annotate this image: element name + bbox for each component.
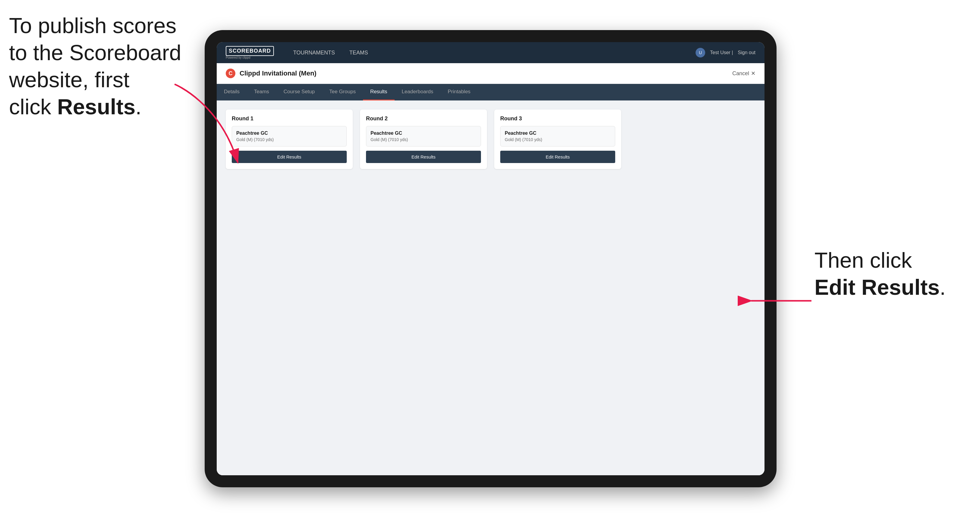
edit-results-button-2[interactable]: Edit Results: [366, 151, 481, 163]
tab-course-setup[interactable]: Course Setup: [276, 84, 322, 100]
round-card-empty: [628, 110, 756, 169]
top-navigation: SCOREBOARD Powered by clippd TOURNAMENTS…: [217, 42, 765, 63]
instruction-left: To publish scores to the Scoreboard webs…: [9, 12, 184, 120]
nav-right: U Test User | Sign out: [695, 48, 756, 57]
sign-out-link[interactable]: Sign out: [738, 50, 756, 56]
tournament-icon: C: [226, 68, 235, 78]
arrow-edit-indicator: [742, 283, 821, 320]
round-3-course-details: Gold (M) (7010 yds): [505, 137, 611, 142]
logo-box: SCOREBOARD: [226, 46, 274, 56]
edit-results-button-3[interactable]: Edit Results: [500, 151, 615, 163]
tournament-title: Clippd Invitational (Men): [240, 70, 317, 77]
nav-tournaments[interactable]: TOURNAMENTS: [286, 42, 342, 63]
round-card-3: Round 3 Peachtree GC Gold (M) (7010 yds)…: [494, 110, 621, 169]
tab-results[interactable]: Results: [363, 84, 395, 100]
round-2-course-name: Peachtree GC: [371, 130, 476, 136]
round-1-course-card: Peachtree GC Gold (M) (7010 yds): [232, 126, 347, 146]
edit-results-button-1[interactable]: Edit Results: [232, 151, 347, 163]
round-2-course-card: Peachtree GC Gold (M) (7010 yds): [366, 126, 481, 146]
round-3-title: Round 3: [500, 116, 615, 122]
nav-teams[interactable]: TEAMS: [342, 42, 375, 63]
cancel-button[interactable]: Cancel ✕: [732, 70, 756, 77]
round-3-course-card: Peachtree GC Gold (M) (7010 yds): [500, 126, 615, 146]
tablet-screen: SCOREBOARD Powered by clippd TOURNAMENTS…: [217, 42, 765, 475]
round-card-2: Round 2 Peachtree GC Gold (M) (7010 yds)…: [360, 110, 487, 169]
round-3-course-name: Peachtree GC: [505, 130, 611, 136]
round-1-title: Round 1: [232, 116, 347, 122]
round-1-course-details: Gold (M) (7010 yds): [236, 137, 342, 142]
tournament-title-row: C Clippd Invitational (Men): [226, 68, 317, 78]
main-content: Round 1 Peachtree GC Gold (M) (7010 yds)…: [217, 100, 765, 475]
tablet-device: SCOREBOARD Powered by clippd TOURNAMENTS…: [205, 30, 776, 487]
tab-tee-groups[interactable]: Tee Groups: [322, 84, 363, 100]
user-avatar: U: [695, 48, 705, 57]
logo-text: SCOREBOARD: [229, 48, 271, 54]
tournament-header: C Clippd Invitational (Men) Cancel ✕: [217, 63, 765, 84]
round-1-course-name: Peachtree GC: [236, 130, 342, 136]
rounds-grid: Round 1 Peachtree GC Gold (M) (7010 yds)…: [226, 110, 756, 169]
nav-links: TOURNAMENTS TEAMS: [286, 42, 695, 63]
close-icon: ✕: [751, 70, 756, 77]
logo-area: SCOREBOARD Powered by clippd: [226, 46, 274, 59]
tab-printables[interactable]: Printables: [441, 84, 478, 100]
instruction-right: Then click Edit Results.: [815, 247, 971, 301]
tab-navigation: Details Teams Course Setup Tee Groups Re…: [217, 84, 765, 100]
arrow-results-indicator: [165, 78, 244, 170]
tab-leaderboards[interactable]: Leaderboards: [395, 84, 441, 100]
round-card-1: Round 1 Peachtree GC Gold (M) (7010 yds)…: [226, 110, 353, 169]
nav-user-text: Test User |: [710, 50, 733, 56]
round-2-course-details: Gold (M) (7010 yds): [371, 137, 476, 142]
tab-teams[interactable]: Teams: [247, 84, 276, 100]
round-2-title: Round 2: [366, 116, 481, 122]
logo-subtitle: Powered by clippd: [226, 56, 274, 59]
